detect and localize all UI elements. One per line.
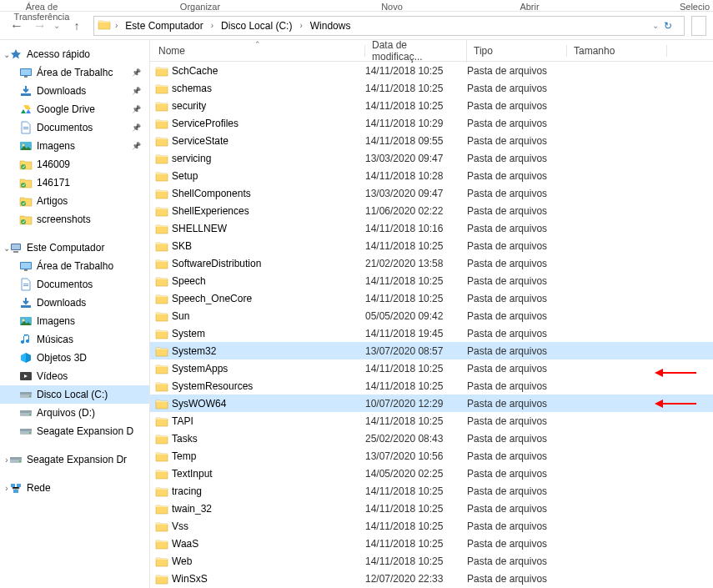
file-row[interactable]: servicing13/03/2020 09:47Pasta de arquiv… bbox=[150, 149, 713, 167]
sidebar-item[interactable]: Músicas bbox=[0, 330, 149, 349]
expand-caret-icon[interactable]: ⌄ bbox=[2, 50, 12, 59]
file-row[interactable]: TextInput14/05/2020 02:25Pasta de arquiv… bbox=[150, 465, 713, 482]
sidebar-item[interactable]: Seagate Expansion D bbox=[0, 422, 149, 440]
chevron-right-icon[interactable]: › bbox=[297, 21, 304, 30]
sidebar-item[interactable]: Documentos📌 bbox=[0, 118, 149, 137]
chevron-right-icon[interactable]: › bbox=[113, 21, 120, 30]
file-name: SystemApps bbox=[170, 363, 365, 374]
up-button[interactable]: ↑ bbox=[67, 16, 87, 36]
sidebar-item[interactable]: Downloads📌 bbox=[0, 82, 149, 100]
sidebar-item[interactable]: screenshots bbox=[0, 210, 149, 229]
sidebar-item[interactable]: Objetos 3D bbox=[0, 349, 149, 367]
file-name: ShellComponents bbox=[170, 188, 365, 199]
file-row[interactable]: ServiceState14/11/2018 09:55Pasta de arq… bbox=[150, 132, 713, 149]
expand-caret-icon[interactable]: › bbox=[2, 484, 12, 493]
file-row[interactable]: ShellExperiences11/06/2020 02:22Pasta de… bbox=[150, 202, 713, 219]
folder-icon bbox=[153, 415, 170, 427]
downloads-icon bbox=[18, 296, 33, 309]
pin-icon: 📌 bbox=[132, 68, 144, 77]
file-row[interactable]: twain_3214/11/2018 10:25Pasta de arquivo… bbox=[150, 500, 713, 517]
file-name: Tasks bbox=[170, 433, 365, 445]
file-type: Pasta de arquivos bbox=[467, 380, 567, 392]
sidebar-item[interactable]: Arquivos (D:) bbox=[0, 404, 149, 422]
sidebar-group-header[interactable]: ⌄Este Computador bbox=[0, 239, 149, 257]
file-row[interactable]: WaaS14/11/2018 10:25Pasta de arquivos bbox=[150, 535, 713, 552]
file-date: 14/11/2018 10:25 bbox=[365, 485, 467, 497]
file-row[interactable]: System3213/07/2020 08:57Pasta de arquivo… bbox=[150, 342, 713, 359]
svg-rect-14 bbox=[13, 251, 18, 253]
file-row[interactable]: schemas14/11/2018 10:25Pasta de arquivos bbox=[150, 79, 713, 97]
expand-caret-icon[interactable]: › bbox=[2, 455, 12, 465]
column-header-type[interactable]: Tipo bbox=[467, 42, 567, 60]
sidebar-item[interactable]: Artigos bbox=[0, 192, 149, 210]
file-row[interactable]: Tasks25/02/2020 08:43Pasta de arquivos bbox=[150, 430, 713, 447]
refresh-button[interactable]: ↻ bbox=[664, 20, 680, 32]
file-row[interactable]: System14/11/2018 19:45Pasta de arquivos bbox=[150, 324, 713, 342]
file-row[interactable]: SKB14/11/2018 10:25Pasta de arquivos bbox=[150, 237, 713, 254]
file-row[interactable]: SoftwareDistribution21/02/2020 13:58Past… bbox=[150, 254, 713, 272]
file-name: Web bbox=[170, 555, 365, 567]
expand-caret-icon[interactable]: ⌄ bbox=[2, 244, 12, 253]
sidebar-group-header[interactable]: ⌄Acesso rápido bbox=[0, 45, 149, 63]
file-row[interactable]: Vss14/11/2018 10:25Pasta de arquivos bbox=[150, 517, 713, 535]
file-row[interactable]: WinSxS12/07/2020 22:33Pasta de arquivos bbox=[150, 570, 713, 587]
sidebar-item[interactable]: Área de Trabalho bbox=[0, 257, 149, 275]
file-row[interactable]: Web14/11/2018 10:25Pasta de arquivos bbox=[150, 552, 713, 570]
breadcrumb-segment[interactable]: Windows bbox=[307, 18, 354, 33]
file-name: SystemResources bbox=[170, 380, 365, 392]
breadcrumb-segment[interactable]: Disco Local (C:) bbox=[218, 18, 295, 33]
folder-green-icon bbox=[18, 213, 33, 226]
sidebar-item[interactable]: Documentos bbox=[0, 275, 149, 294]
file-row[interactable]: Setup14/11/2018 10:28Pasta de arquivos bbox=[150, 167, 713, 184]
breadcrumb[interactable]: › Este Computador › Disco Local (C:) › W… bbox=[93, 16, 685, 36]
sidebar-item-label: Vídeos bbox=[37, 370, 68, 382]
sidebar-item[interactable]: 146009 bbox=[0, 155, 149, 173]
file-row[interactable]: Speech14/11/2018 10:25Pasta de arquivos bbox=[150, 272, 713, 289]
sidebar-item[interactable]: Vídeos bbox=[0, 367, 149, 385]
back-button[interactable]: ← bbox=[7, 16, 27, 36]
sidebar-item-label: Arquivos (D:) bbox=[37, 407, 95, 419]
file-row[interactable]: Temp13/07/2020 10:56Pasta de arquivos bbox=[150, 447, 713, 465]
file-date: 14/11/2018 10:28 bbox=[365, 170, 467, 182]
sidebar-item[interactable]: Downloads bbox=[0, 294, 149, 312]
sidebar-item[interactable]: Disco Local (C:) bbox=[0, 385, 149, 404]
column-header-name[interactable]: ⌃ Nome bbox=[150, 42, 365, 60]
search-input[interactable] bbox=[691, 16, 706, 36]
svg-point-35 bbox=[19, 460, 21, 462]
sidebar-item[interactable]: 146171 bbox=[0, 173, 149, 192]
file-date: 14/11/2018 10:25 bbox=[365, 555, 467, 567]
svg-rect-3 bbox=[21, 93, 31, 96]
chevron-right-icon[interactable]: › bbox=[208, 21, 216, 30]
column-header-size[interactable]: Tamanho bbox=[567, 42, 667, 60]
file-row[interactable]: TAPI14/11/2018 10:25Pasta de arquivos bbox=[150, 412, 713, 430]
file-row[interactable]: SystemResources14/11/2018 10:25Pasta de … bbox=[150, 377, 713, 395]
sidebar-item[interactable]: Imagens bbox=[0, 312, 149, 330]
folder-icon bbox=[153, 83, 170, 94]
file-row[interactable]: ShellComponents13/03/2020 09:47Pasta de … bbox=[150, 184, 713, 202]
address-bar: ← → ⌄ ↑ › Este Computador › Disco Local … bbox=[0, 12, 713, 40]
file-row[interactable]: SystemApps14/11/2018 10:25Pasta de arqui… bbox=[150, 359, 713, 377]
breadcrumb-segment[interactable]: Este Computador bbox=[122, 18, 206, 33]
file-row[interactable]: Sun05/05/2020 09:42Pasta de arquivos bbox=[150, 307, 713, 324]
file-row[interactable]: security14/11/2018 10:25Pasta de arquivo… bbox=[150, 97, 713, 114]
music-icon bbox=[18, 333, 33, 346]
file-row[interactable]: SysWOW6410/07/2020 12:29Pasta de arquivo… bbox=[150, 395, 713, 412]
file-row[interactable]: SHELLNEW14/11/2018 10:16Pasta de arquivo… bbox=[150, 219, 713, 237]
file-type: Pasta de arquivos bbox=[467, 293, 567, 304]
path-dropdown[interactable]: ⌄ bbox=[652, 21, 662, 30]
folder-icon bbox=[153, 328, 170, 339]
sidebar-item[interactable]: Área de Trabalhc📌 bbox=[0, 63, 149, 82]
file-row[interactable]: tracing14/11/2018 10:25Pasta de arquivos bbox=[150, 482, 713, 500]
sidebar-item[interactable]: Imagens📌 bbox=[0, 137, 149, 155]
history-dropdown[interactable]: ⌄ bbox=[53, 21, 63, 30]
svg-rect-37 bbox=[17, 484, 21, 487]
forward-button[interactable]: → bbox=[30, 16, 50, 36]
file-row[interactable]: Speech_OneCore14/11/2018 10:25Pasta de a… bbox=[150, 289, 713, 307]
sidebar-item[interactable]: Google Drive📌 bbox=[0, 100, 149, 118]
svg-rect-5 bbox=[23, 128, 28, 129]
file-row[interactable]: SchCache14/11/2018 10:25Pasta de arquivo… bbox=[150, 62, 713, 79]
drive-icon bbox=[18, 388, 33, 401]
file-row[interactable]: ServiceProfiles14/11/2018 10:29Pasta de … bbox=[150, 114, 713, 132]
sidebar-group-header[interactable]: ›Rede bbox=[0, 479, 149, 497]
sidebar-group-header[interactable]: ›Seagate Expansion Dr bbox=[0, 450, 149, 469]
